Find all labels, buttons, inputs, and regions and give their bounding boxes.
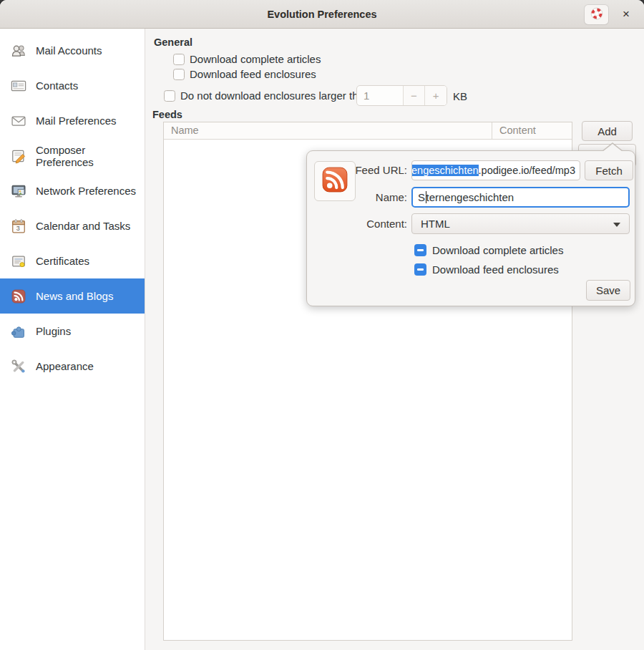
mail-preferences-icon — [11, 113, 26, 129]
composer-preferences-icon — [11, 148, 26, 164]
indeterminate-dash-icon — [417, 268, 424, 271]
rss-feed-icon — [321, 165, 349, 197]
sidebar-item-label: Certificates — [36, 255, 89, 267]
sidebar-item-contacts[interactable]: Contacts — [0, 68, 145, 103]
popover-download-enclosures-row: Download feed enclosures — [414, 263, 559, 276]
network-preferences-icon — [11, 183, 26, 199]
download-complete-articles-row: Download complete articles — [173, 53, 321, 65]
size-limit-checkbox[interactable] — [164, 90, 175, 102]
sidebar-item-label: Appearance — [36, 360, 94, 372]
download-complete-articles-checkbox-checked[interactable] — [414, 244, 426, 256]
evolution-preferences-window: Evolution Preferences × — [0, 0, 644, 650]
general-heading: General — [154, 37, 192, 48]
help-button[interactable] — [585, 5, 608, 24]
sidebar-item-label: Calendar and Tasks — [36, 220, 130, 232]
name-input[interactable]: Sternengeschichten — [411, 187, 630, 208]
feed-url-input[interactable]: engeschichten.podigee.io/feed/mp3 — [411, 160, 580, 180]
sidebar-item-appearance[interactable]: Appearance — [0, 349, 145, 384]
sidebar: Mail Accounts Contacts Mail — [0, 29, 145, 650]
feeds-heading: Feeds — [152, 109, 182, 120]
sidebar-item-calendar-and-tasks[interactable]: 3 Calendar and Tasks — [0, 208, 145, 243]
spin-minus-button[interactable]: − — [403, 86, 425, 105]
sidebar-item-label: Network Preferences — [36, 185, 136, 197]
sidebar-item-news-and-blogs[interactable]: News and Blogs — [0, 278, 145, 314]
name-text-after-caret: ternengeschichten — [426, 191, 514, 203]
indeterminate-dash-icon — [417, 249, 424, 251]
download-feed-enclosures-checkbox[interactable] — [173, 69, 185, 80]
plugins-icon — [11, 324, 26, 339]
appearance-icon — [11, 359, 26, 374]
content-label: Content: — [347, 214, 407, 234]
certificates-icon — [11, 253, 26, 269]
calendar-icon: 3 — [11, 218, 26, 234]
mail-accounts-icon — [11, 43, 26, 59]
feed-url-label: Feed URL: — [347, 160, 407, 180]
spin-plus-button[interactable]: + — [424, 86, 447, 105]
headerbar: Evolution Preferences × — [0, 0, 644, 29]
sidebar-item-network-preferences[interactable]: Network Preferences — [0, 173, 145, 208]
fetch-button[interactable]: Fetch — [585, 160, 633, 180]
sidebar-item-label: News and Blogs — [36, 290, 113, 302]
sidebar-item-label: Composer Preferences — [36, 144, 145, 168]
svg-text:3: 3 — [16, 224, 20, 231]
checkbox-label: Download complete articles — [432, 244, 563, 256]
checkbox-label: Download feed enclosures — [190, 68, 316, 80]
rss-icon — [11, 288, 26, 304]
size-limit-spinbutton: 1 − + — [356, 85, 447, 106]
checkbox-label: Download complete articles — [190, 53, 321, 65]
chevron-down-icon — [613, 223, 620, 227]
size-limit-value-input[interactable]: 1 — [357, 86, 403, 105]
checkbox-label: Download feed enclosures — [432, 263, 559, 276]
url-rest-text: .podigee.io/feed/mp3 — [479, 165, 575, 176]
sidebar-item-mail-accounts[interactable]: Mail Accounts — [0, 33, 145, 68]
sidebar-item-composer-preferences[interactable]: Composer Preferences — [0, 138, 145, 173]
add-feed-popover: Feed URL: engeschichten.podigee.io/feed/… — [306, 150, 635, 306]
name-text-before-caret: S — [418, 191, 425, 203]
name-label: Name: — [347, 188, 407, 208]
size-limit-row: Do not download enclosures larger than — [164, 89, 370, 102]
lifebuoy-help-icon — [590, 7, 603, 23]
contacts-icon — [11, 78, 26, 94]
close-icon[interactable]: × — [615, 4, 638, 24]
window-title: Evolution Preferences — [0, 0, 644, 29]
size-unit-label: KB — [453, 90, 467, 102]
download-complete-articles-checkbox[interactable] — [173, 54, 185, 65]
popover-download-articles-row: Download complete articles — [414, 244, 563, 256]
content-dropdown[interactable]: HTML — [411, 213, 630, 234]
sidebar-item-label: Plugins — [36, 325, 71, 337]
sidebar-item-label: Mail Accounts — [36, 44, 102, 57]
sidebar-item-plugins[interactable]: Plugins — [0, 314, 145, 349]
sidebar-item-label: Mail Preferences — [36, 115, 117, 127]
add-button[interactable]: Add — [582, 121, 633, 141]
content-dropdown-value: HTML — [421, 218, 450, 230]
column-header-content[interactable]: Content — [492, 122, 572, 139]
checkbox-label: Do not download enclosures larger than — [180, 89, 370, 102]
sidebar-item-certificates[interactable]: Certificates — [0, 243, 145, 278]
sidebar-item-mail-preferences[interactable]: Mail Preferences — [0, 103, 145, 138]
selected-text: engeschichten — [411, 165, 479, 176]
download-feed-enclosures-row: Download feed enclosures — [173, 68, 316, 80]
save-button[interactable]: Save — [586, 280, 630, 301]
download-feed-enclosures-checkbox-checked[interactable] — [414, 263, 426, 276]
column-header-name[interactable]: Name — [164, 122, 492, 139]
feeds-table-header: Name Content — [164, 122, 572, 140]
sidebar-item-label: Contacts — [36, 79, 78, 92]
